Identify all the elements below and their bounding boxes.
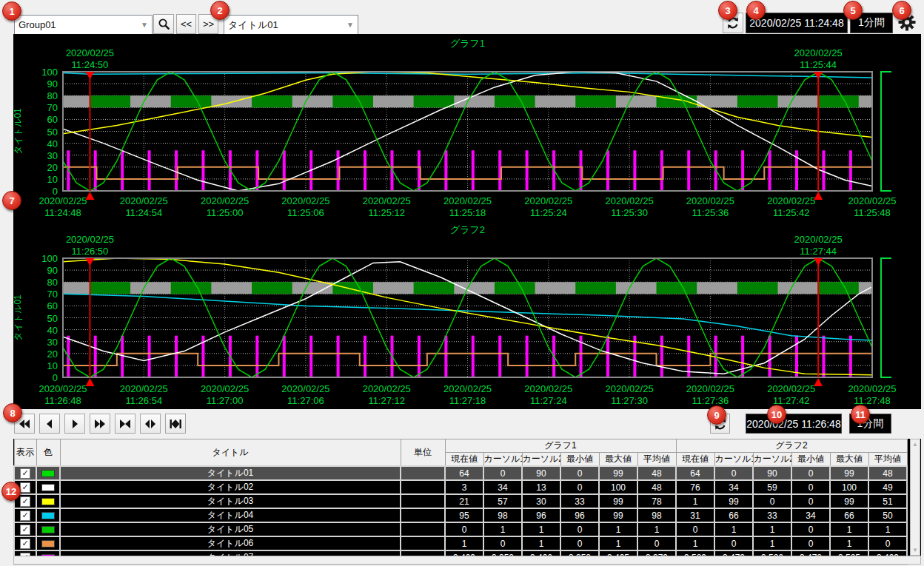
- graph1-value-cell: 96: [522, 508, 560, 522]
- bar-series: [444, 336, 447, 377]
- graph2-value-cell: 66: [830, 508, 868, 522]
- x-tick-time: 11:25:48: [854, 207, 891, 218]
- graph1-value-cell: 1: [522, 536, 560, 550]
- x-tick-time: 11:25:12: [368, 207, 405, 218]
- dropdown-arrow-icon[interactable]: ▼: [137, 21, 152, 29]
- callout-badge-2: 2: [210, 1, 230, 20]
- step-series: [63, 167, 872, 179]
- search-button[interactable]: [153, 14, 174, 34]
- bar-series: [255, 336, 258, 377]
- y-axis-title: タイトル01: [13, 108, 23, 155]
- graph1-value-cell: 48: [637, 480, 676, 494]
- prev-group-button[interactable]: <<: [176, 14, 196, 34]
- cursor-bottom-marker: [814, 378, 823, 386]
- x-tick-time: 11:27:00: [207, 395, 244, 406]
- series-title-cell: タイトル04: [60, 508, 401, 522]
- y-tick-label: 40: [47, 138, 58, 149]
- bar-series: [660, 336, 663, 377]
- x-tick-time: 11:27:18: [449, 395, 486, 406]
- table-row[interactable]: ✓タイトル05011011011011: [14, 522, 907, 536]
- table-row[interactable]: ✓タイトル03215730339978199009951: [14, 494, 907, 508]
- fast-forward-button[interactable]: [90, 414, 110, 434]
- graph2-value-cell: 1: [753, 522, 791, 536]
- x-tick-date: 2020/02/25: [767, 383, 815, 394]
- cursor-date-label: 2020/02/25: [66, 234, 114, 245]
- graph-title: グラフ1: [450, 38, 485, 49]
- x-tick-date: 2020/02/25: [848, 383, 896, 394]
- x-tick-time: 11:24:48: [44, 207, 81, 218]
- x-tick-time: 11:27:24: [530, 395, 567, 406]
- band-series-on: [90, 95, 130, 107]
- graph1-value-cell: 34: [483, 480, 522, 494]
- band-series-on: [414, 95, 455, 107]
- callout-badge-4: 4: [746, 1, 766, 20]
- group-select[interactable]: Group01 ▼: [14, 15, 153, 35]
- graph1-value-cell: 95: [445, 508, 483, 522]
- col-header-show: 表示: [14, 439, 36, 467]
- band-series-on: [575, 282, 616, 294]
- cursor-top-marker: [814, 258, 823, 266]
- cursor-2[interactable]: 2020/02/2511:25:44: [794, 47, 843, 200]
- visibility-checkbox[interactable]: ✓: [20, 496, 30, 507]
- play-forward-button[interactable]: [64, 414, 85, 434]
- col-subheader: 平均値: [637, 453, 676, 467]
- scroll-down-button[interactable]: ▼: [911, 545, 920, 555]
- graph2-value-cell: 1: [714, 522, 753, 536]
- graph2-value-cell: 0: [791, 522, 830, 536]
- cursor-2[interactable]: 2020/02/2511:27:44: [794, 234, 843, 386]
- table-horizontal-scrollbar[interactable]: [13, 556, 921, 565]
- bar-series: [121, 150, 124, 191]
- cursors-outward-button[interactable]: [140, 414, 161, 434]
- title-select[interactable]: タイトル01 ▼: [224, 15, 358, 35]
- cursors-to-ends-button[interactable]: [165, 414, 186, 434]
- graph2-value-cell: 1: [753, 536, 791, 550]
- visibility-checkbox[interactable]: ✓: [20, 525, 30, 535]
- bar-series: [526, 336, 529, 377]
- table-row[interactable]: ✓タイトル06101010101010: [14, 536, 907, 550]
- visibility-checkbox[interactable]: ✓: [20, 539, 30, 549]
- series-title-cell: タイトル02: [60, 480, 401, 494]
- dropdown-arrow-icon[interactable]: ▼: [343, 21, 358, 29]
- color-cell: [36, 494, 60, 508]
- bar-series: [283, 336, 286, 377]
- series-title-cell: タイトル06: [60, 536, 401, 550]
- x-tick-date: 2020/02/25: [363, 383, 411, 394]
- series-title-cell: タイトル05: [60, 522, 401, 536]
- visibility-checkbox[interactable]: ✓: [20, 511, 30, 521]
- start-datetime-value: 2020/02/25 11:24:48: [749, 17, 843, 29]
- y-tick-label: 90: [47, 265, 58, 276]
- x-tick-time: 11:25:18: [449, 207, 486, 218]
- band-series-on: [575, 95, 616, 107]
- scroll-up-button[interactable]: ▲: [911, 439, 920, 449]
- callout-badge-11: 11: [851, 405, 870, 424]
- graph2-value-cell: 0: [791, 494, 830, 508]
- graph1-value-cell: 0: [445, 522, 483, 536]
- show-cell: ✓: [14, 536, 36, 550]
- table-row[interactable]: ✓タイトル0164090099486409009948: [14, 466, 907, 480]
- visibility-checkbox[interactable]: ✓: [20, 482, 30, 493]
- y-tick-label: 80: [47, 90, 58, 101]
- step-back-button[interactable]: [39, 414, 60, 434]
- series-color-swatch: [41, 470, 55, 477]
- cursors-inward-button[interactable]: [115, 414, 135, 434]
- graph2-value-cell: 33: [753, 508, 791, 522]
- graph2-value-cell: 99: [714, 494, 753, 508]
- band-series-on: [818, 95, 859, 107]
- graph2-value-cell: 0: [753, 494, 791, 508]
- graph1-value-cell: 0: [483, 466, 522, 480]
- cursor-time-label: 11:26:50: [72, 246, 109, 257]
- cursor-date-label: 2020/02/25: [794, 234, 843, 245]
- table-vertical-scrollbar[interactable]: ▲ ▼: [910, 439, 920, 556]
- visibility-checkbox[interactable]: ✓: [20, 468, 30, 479]
- x-tick-time: 11:24:54: [125, 207, 162, 218]
- x-tick-time: 11:26:48: [44, 395, 81, 406]
- bar-series: [309, 336, 312, 377]
- table-row[interactable]: ✓タイトル0233413010048763459010049: [14, 480, 907, 494]
- values-table: 表示色タイトル単位グラフ1グラフ2現在値カーソル1カーソル2最小値最大値平均値現…: [13, 439, 908, 565]
- col-subheader: カーソル1: [483, 453, 522, 467]
- table-row[interactable]: ✓タイトル04959896969998316633346650: [14, 508, 907, 522]
- band-series-on: [414, 282, 455, 294]
- bar-series: [741, 336, 744, 377]
- bar-series: [364, 336, 366, 377]
- graph2-value-cell: 76: [676, 480, 714, 494]
